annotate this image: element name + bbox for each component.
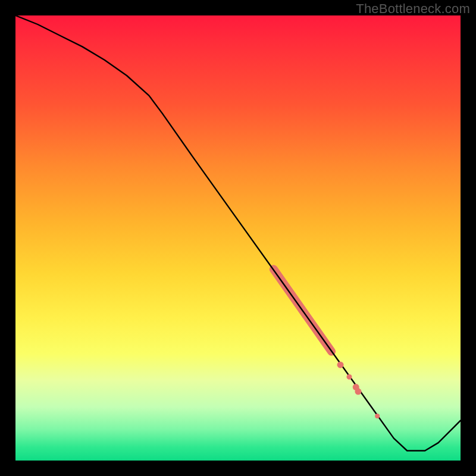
plot-area	[15, 15, 461, 461]
watermark-text: TheBottleneck.com	[356, 1, 470, 17]
highlight-point	[355, 389, 361, 395]
highlight-point	[375, 414, 380, 418]
highlight-point	[337, 362, 344, 368]
main-curve	[15, 15, 461, 451]
chart-frame: TheBottleneck.com	[0, 0, 476, 476]
highlight-point	[347, 374, 352, 380]
chart-svg	[15, 15, 461, 461]
